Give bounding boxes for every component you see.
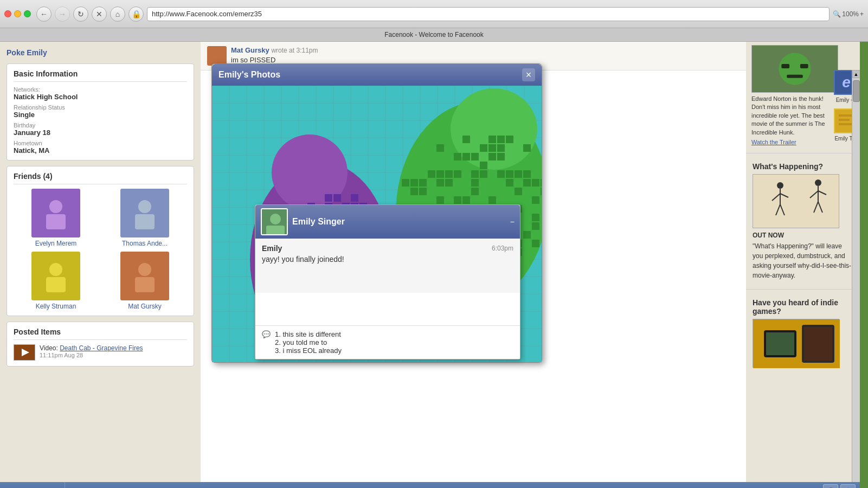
fb-page: Poke Emily Basic Information Networks: N… — [0, 42, 860, 488]
user-icon-button[interactable]: 👤 — [840, 484, 856, 488]
posted-items-section: Posted Items Video: Death Cab - Grapevin… — [7, 322, 194, 367]
friends-section: Friends (4) Evelyn Merem Thomas Ande. — [7, 166, 194, 316]
friend-name-kelly[interactable]: Kelly Struman — [36, 303, 76, 310]
page-content: Poke Emily Basic Information Networks: N… — [0, 42, 860, 488]
friend-avatar-mat — [120, 252, 169, 300]
chat-icon-button[interactable]: 💬 — [823, 484, 838, 488]
friends-title: Friends (4) — [14, 172, 187, 184]
suggestions-icon: 💬 — [262, 330, 271, 338]
svg-point-11 — [270, 214, 281, 224]
chat-body: Emily 6:03pm yayy! you finally joinedd! — [255, 239, 520, 293]
whats-happening-section: What's Happening? — [746, 158, 860, 285]
refresh-button[interactable]: ↻ — [73, 7, 88, 22]
svg-rect-22 — [753, 175, 839, 228]
zoom-out-icon[interactable]: 🔍 — [833, 10, 841, 18]
friend-item[interactable]: Kelly Struman — [14, 252, 98, 310]
scroll-up-arrow[interactable]: ▲ — [852, 70, 860, 78]
indie-games-section: Have you heard of indie games? — [746, 294, 860, 372]
chat-time: 6:03pm — [492, 245, 513, 252]
svg-rect-1 — [46, 214, 66, 229]
taskbar-right-buttons: 💬 👤 — [823, 484, 860, 488]
basic-info-section: Basic Information Networks: Natick High … — [7, 63, 194, 160]
poster-name[interactable]: Mat Gursky — [231, 46, 269, 54]
posted-thumb — [14, 344, 35, 361]
hometown-label: Hometown — [14, 140, 187, 146]
posted-text: Video: Death Cab - Grapevine Fires — [40, 344, 143, 352]
address-bar[interactable]: http://www.Facenook.com/emerz35 — [147, 7, 830, 21]
svg-point-6 — [138, 263, 151, 276]
birthday-label: Birthday — [14, 122, 187, 129]
chat-header: Emily Singer − — [255, 205, 520, 239]
suggestions-container: 💬 1. this site is different 2. you told … — [262, 330, 513, 355]
stop-button[interactable]: ✕ — [92, 7, 107, 22]
chat-suggestions: 💬 1. this site is different 2. you told … — [255, 325, 520, 359]
home-button[interactable]: ⌂ — [110, 7, 125, 22]
chat-sender: Emily — [262, 244, 282, 253]
posted-link[interactable]: Death Cab - Grapevine Fires — [60, 344, 143, 352]
minimize-button[interactable] — [14, 10, 21, 17]
chat-minimize-button[interactable]: − — [510, 217, 515, 226]
chat-popup: Emily Singer − Emily 6:03pm yayy! you fi… — [255, 204, 520, 359]
ad-image — [751, 45, 838, 93]
modal-title: Emily's Photos — [218, 70, 280, 80]
taskbar-chat-item[interactable]: Emily Singer — [0, 482, 65, 488]
scrollbar[interactable]: ▲ ▼ — [852, 70, 860, 488]
browser-title: Facenook - Welcome to Facenook — [384, 31, 484, 38]
right-divider — [746, 153, 860, 153]
right-sidebar: Edward Norton is the hunk! Don't miss hi… — [746, 42, 860, 488]
svg-rect-3 — [135, 214, 155, 229]
main-content: Mat Gursky wrote at 3:11pm im so PISSED … — [201, 42, 746, 488]
indie-games-title: Have you heard of indie games? — [753, 298, 853, 316]
posted-item-text: Video: Death Cab - Grapevine Fires 11:11… — [40, 344, 143, 358]
zoom-control: 🔍 100% + — [833, 10, 864, 18]
chat-message-text: yayy! you finally joinedd! — [262, 255, 513, 264]
friend-item[interactable]: Mat Gursky — [102, 252, 187, 310]
post-text: im so PISSED — [231, 56, 318, 64]
svg-rect-5 — [46, 277, 66, 292]
friend-item[interactable]: Evelyn Merem — [14, 189, 98, 247]
forward-button[interactable]: → — [55, 7, 70, 22]
friend-name-mat[interactable]: Mat Gursky — [128, 303, 161, 310]
poster-avatar — [207, 46, 227, 66]
modal-close-button[interactable]: × — [522, 68, 535, 81]
close-button[interactable] — [4, 10, 11, 17]
zoom-in-icon[interactable]: + — [860, 10, 864, 18]
svg-rect-39 — [804, 327, 832, 361]
friend-item[interactable]: Thomas Ande... — [102, 189, 187, 247]
friend-avatar-thomas — [120, 189, 169, 237]
posted-items-title: Posted Items — [14, 328, 187, 340]
svg-point-4 — [49, 263, 62, 276]
chat-message-header: Emily 6:03pm — [262, 244, 513, 253]
svg-rect-20 — [839, 119, 850, 121]
posted-item: Video: Death Cab - Grapevine Fires 11:11… — [14, 344, 187, 361]
friend-name-thomas[interactable]: Thomas Ande... — [122, 240, 168, 247]
suggestion-1[interactable]: 1. this site is different — [275, 330, 342, 338]
url-text: http://www.Facenook.com/emerz35 — [152, 10, 262, 18]
suggestion-3[interactable]: 3. i miss EOL already — [275, 346, 342, 355]
networks-label: Networks: — [14, 86, 187, 93]
poke-emily-link[interactable]: Poke Emily — [7, 46, 194, 59]
post-content: Mat Gursky wrote at 3:11pm im so PISSED — [231, 46, 318, 64]
svg-rect-15 — [781, 64, 789, 68]
relationship-label: Relationship Status — [14, 104, 187, 111]
birthday-value: January 18 — [14, 129, 187, 137]
relationship-value: Single — [14, 111, 187, 119]
hometown-value: Natick, MA — [14, 146, 187, 155]
ad-text: Edward Norton is the hunk! Don't miss hi… — [751, 95, 838, 137]
taskbar-friends[interactable]: 👥 Friends (1) — [65, 486, 126, 489]
suggestion-2[interactable]: 2. you told me to — [275, 338, 342, 346]
basic-info-title: Basic Information — [14, 69, 187, 82]
whats-happening-description: "What's Happening?" will leave you perpl… — [753, 241, 853, 280]
svg-rect-16 — [800, 64, 808, 68]
friend-avatar-kelly — [31, 252, 80, 300]
friend-name-evelyn[interactable]: Evelyn Merem — [35, 240, 77, 247]
maximize-button[interactable] — [24, 10, 31, 17]
security-button[interactable]: 🔒 — [128, 7, 144, 22]
svg-point-0 — [49, 200, 62, 213]
svg-point-23 — [777, 182, 783, 189]
svg-point-2 — [138, 200, 151, 213]
browser-chrome: ← → ↻ ✕ ⌂ 🔒 http://www.Facenook.com/emer… — [0, 0, 868, 28]
back-button[interactable]: ← — [36, 7, 52, 22]
scroll-thumb[interactable] — [853, 80, 860, 102]
zoom-level: 100% — [842, 10, 859, 18]
